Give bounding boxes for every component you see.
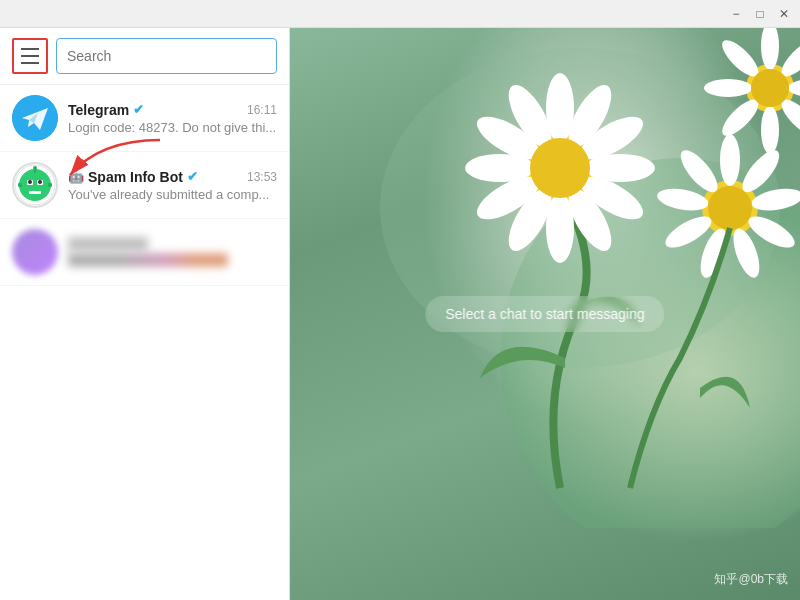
avatar-telegram (12, 95, 58, 141)
daisy-illustration (290, 28, 800, 528)
chat-preview-telegram: Login code: 48273. Do not give thi... (68, 120, 277, 135)
watermark: 知乎@0b下载 (714, 571, 788, 588)
blurred-name (68, 237, 148, 251)
svg-point-9 (33, 166, 37, 170)
svg-rect-11 (18, 183, 22, 187)
verified-badge-spambot: ✔ (187, 169, 198, 184)
sidebar: Telegram ✔ 16:11 Login code: 48273. Do n… (0, 28, 290, 600)
minimize-button[interactable]: − (728, 6, 744, 22)
select-chat-message: Select a chat to start messaging (425, 296, 664, 332)
chat-item-blurred[interactable] (0, 219, 289, 286)
menu-line-1 (21, 48, 39, 50)
chat-time-spambot: 13:53 (247, 170, 277, 184)
chat-info-blurred (68, 237, 277, 267)
menu-line-3 (21, 62, 39, 64)
search-input[interactable] (56, 38, 277, 74)
svg-point-42 (761, 28, 779, 70)
svg-point-6 (28, 180, 32, 184)
annotation-arrow (60, 135, 180, 195)
close-button[interactable]: ✕ (776, 6, 792, 22)
blurred-preview (68, 253, 228, 267)
svg-point-29 (530, 138, 590, 198)
svg-rect-12 (48, 183, 52, 187)
maximize-button[interactable]: □ (752, 6, 768, 22)
verified-badge-telegram: ✔ (133, 102, 144, 117)
svg-rect-10 (29, 191, 41, 194)
chat-name-text-telegram: Telegram (68, 102, 129, 118)
title-bar: − □ ✕ (0, 0, 800, 28)
sidebar-header (0, 28, 289, 85)
svg-point-50 (751, 69, 789, 107)
chat-time-telegram: 16:11 (247, 103, 277, 117)
svg-point-31 (720, 134, 740, 186)
menu-button[interactable] (12, 38, 48, 74)
chat-info-telegram: Telegram ✔ 16:11 Login code: 48273. Do n… (68, 102, 277, 135)
svg-point-40 (708, 186, 752, 230)
svg-point-7 (38, 180, 42, 184)
chat-name-telegram: Telegram ✔ (68, 102, 144, 118)
chat-name-row-blurred (68, 237, 277, 251)
menu-line-2 (21, 55, 39, 57)
chat-name-row-telegram: Telegram ✔ 16:11 (68, 102, 277, 118)
svg-point-3 (19, 169, 51, 201)
avatar-blurred (12, 229, 58, 275)
svg-point-48 (704, 79, 752, 97)
avatar-spambot (12, 162, 58, 208)
svg-point-46 (761, 106, 779, 154)
app-container: Telegram ✔ 16:11 Login code: 48273. Do n… (0, 28, 800, 600)
main-content: Select a chat to start messaging 知乎@0b下载 (290, 28, 800, 600)
